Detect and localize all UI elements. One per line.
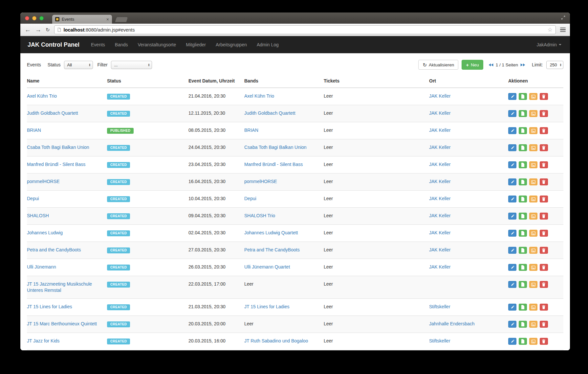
file-event-button[interactable] [519, 161, 527, 168]
event-ort[interactable]: JAK Keller [429, 93, 450, 99]
event-ort[interactable]: JAK Keller [429, 128, 450, 133]
bookmark-star-icon[interactable]: ☆ [548, 27, 553, 33]
browser-menu-icon[interactable] [560, 28, 566, 32]
nav-item-admin-log[interactable]: Admin Log [252, 36, 284, 53]
nav-item-bands[interactable]: Bands [110, 36, 133, 53]
edit-event-button[interactable] [508, 178, 516, 185]
event-name-link[interactable]: Ulli Jünemann [27, 264, 56, 269]
edit-event-button[interactable] [508, 247, 516, 254]
event-name-link[interactable]: Axel Kühn Trio [27, 93, 57, 99]
image-event-button[interactable] [529, 321, 537, 328]
event-name-link[interactable]: Johannes Ludwig [27, 230, 63, 235]
file-event-button[interactable] [519, 247, 527, 254]
image-event-button[interactable] [529, 281, 537, 288]
event-ort[interactable]: JAK Keller [429, 145, 450, 150]
user-menu[interactable]: JakAdmin [537, 42, 570, 47]
event-bands[interactable]: Johannes Ludwig Quartett [244, 230, 298, 235]
event-ort[interactable]: Stiftskeller [429, 338, 450, 343]
file-event-button[interactable] [519, 144, 527, 151]
image-event-button[interactable] [529, 338, 537, 345]
image-event-button[interactable] [529, 144, 537, 151]
new-event-button[interactable]: + Neu [462, 60, 483, 70]
edit-event-button[interactable] [508, 213, 516, 220]
image-event-button[interactable] [529, 110, 537, 117]
delete-event-button[interactable] [540, 247, 548, 254]
event-name-link[interactable]: JT 15 Jazzmeeting Musikschule Unteres Re… [27, 281, 92, 293]
edit-event-button[interactable] [508, 161, 516, 168]
edit-event-button[interactable] [508, 321, 516, 328]
edit-event-button[interactable] [508, 127, 516, 134]
file-event-button[interactable] [519, 110, 527, 117]
event-name-link[interactable]: Depui [27, 196, 39, 201]
event-ort[interactable]: JAK Keller [429, 162, 450, 167]
event-bands[interactable]: JT 15 Lines for Ladies [244, 304, 290, 309]
image-event-button[interactable] [529, 304, 537, 311]
filter-select[interactable]: ... ▲▼ [111, 61, 152, 69]
delete-event-button[interactable] [540, 93, 548, 100]
delete-event-button[interactable] [540, 304, 548, 311]
file-event-button[interactable] [519, 178, 527, 185]
image-event-button[interactable] [529, 93, 537, 100]
event-name-link[interactable]: JT Jazz for Kids [27, 338, 59, 343]
edit-event-button[interactable] [508, 110, 516, 117]
edit-event-button[interactable] [508, 144, 516, 151]
url-bar[interactable]: localhost:8080/admin.jsp#events ☆ [54, 25, 556, 34]
file-event-button[interactable] [519, 127, 527, 134]
edit-event-button[interactable] [508, 230, 516, 237]
event-name-link[interactable]: Csaba Toth Bagi Balkan Union [27, 145, 89, 150]
event-bands[interactable]: SHALOSH Trio [244, 213, 275, 218]
event-bands[interactable]: Petra and The CandyBoots [244, 247, 300, 252]
event-name-link[interactable]: pommelHORSE [27, 179, 60, 184]
event-ort[interactable]: JAK Keller [429, 110, 450, 116]
event-name-link[interactable]: JT 15 Lines for Ladies [27, 304, 72, 309]
event-ort[interactable]: JAK Keller [429, 247, 450, 252]
event-bands[interactable]: Csaba Toth Bagi Balkan Union [244, 145, 307, 150]
delete-event-button[interactable] [540, 110, 548, 117]
file-event-button[interactable] [519, 196, 527, 202]
image-event-button[interactable] [529, 196, 537, 202]
event-name-link[interactable]: SHALOSH [27, 213, 49, 218]
first-page-icon[interactable] [489, 63, 493, 67]
zoom-window-button[interactable] [39, 16, 44, 20]
limit-input[interactable] [547, 62, 560, 67]
file-event-button[interactable] [519, 321, 527, 328]
nav-item-mitglieder[interactable]: Mitglieder [181, 36, 211, 53]
delete-event-button[interactable] [540, 144, 548, 151]
delete-event-button[interactable] [540, 196, 548, 202]
file-event-button[interactable] [519, 93, 527, 100]
refresh-button[interactable]: ↻ Aktualisieren [418, 60, 458, 70]
file-event-button[interactable] [519, 213, 527, 220]
back-button[interactable]: ← [25, 27, 31, 33]
new-tab-button[interactable] [115, 17, 128, 22]
delete-event-button[interactable] [540, 338, 548, 345]
image-event-button[interactable] [529, 230, 537, 237]
reload-button[interactable]: ↻ [46, 27, 50, 32]
image-event-button[interactable] [529, 264, 537, 271]
image-event-button[interactable] [529, 247, 537, 254]
event-bands[interactable]: Manfred Bründl - Silent Bass [244, 162, 303, 167]
edit-event-button[interactable] [508, 304, 516, 311]
minimize-window-button[interactable] [32, 16, 36, 20]
nav-item-arbeitsgruppen[interactable]: Arbeitsgruppen [211, 36, 252, 53]
nav-item-veranstaltungsorte[interactable]: Veranstaltungsorte [133, 36, 181, 53]
browser-tab-events[interactable]: Events × [52, 15, 112, 24]
event-ort[interactable]: JAK Keller [429, 213, 450, 218]
image-event-button[interactable] [529, 178, 537, 185]
delete-event-button[interactable] [540, 127, 548, 134]
file-event-button[interactable] [519, 281, 527, 288]
file-event-button[interactable] [519, 230, 527, 237]
edit-event-button[interactable] [508, 281, 516, 288]
file-event-button[interactable] [519, 338, 527, 345]
event-name-link[interactable]: Manfred Bründl - Silent Bass [27, 162, 85, 167]
delete-event-button[interactable] [540, 321, 548, 328]
edit-event-button[interactable] [508, 93, 516, 100]
event-bands[interactable]: BRIAN [244, 128, 258, 133]
close-window-button[interactable] [25, 16, 29, 20]
delete-event-button[interactable] [540, 161, 548, 168]
delete-event-button[interactable] [540, 213, 548, 220]
file-event-button[interactable] [519, 264, 527, 271]
image-event-button[interactable] [529, 161, 537, 168]
event-ort[interactable]: JAK Keller [429, 230, 450, 235]
event-ort[interactable]: Jahnhalle Endersbach [429, 321, 475, 326]
event-bands[interactable]: Judith Goldbach Quartett [244, 110, 295, 116]
